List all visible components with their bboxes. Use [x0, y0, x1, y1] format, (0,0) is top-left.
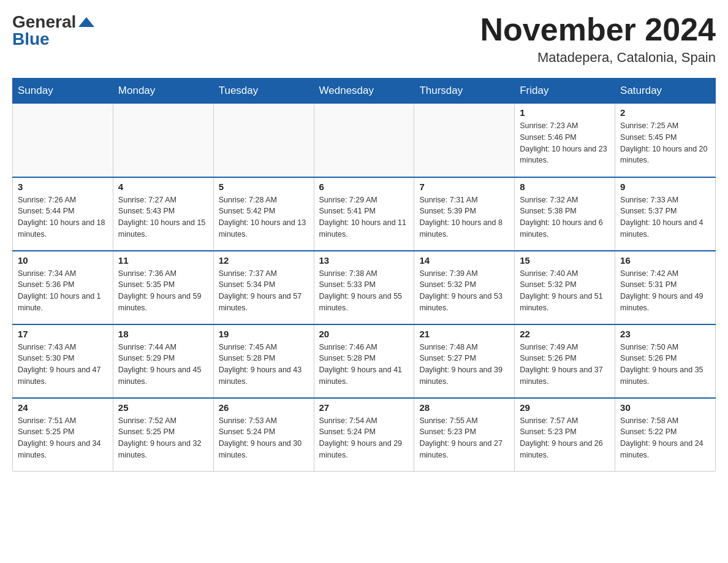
calendar-day-cell: 30Sunrise: 7:58 AMSunset: 5:22 PMDayligh…	[615, 398, 716, 472]
calendar-day-cell: 27Sunrise: 7:54 AMSunset: 5:24 PMDayligh…	[314, 398, 414, 472]
weekday-header-friday: Friday	[515, 79, 615, 104]
day-number: 14	[419, 255, 509, 266]
day-number: 21	[419, 329, 509, 339]
calendar-day-cell: 29Sunrise: 7:57 AMSunset: 5:23 PMDayligh…	[515, 398, 615, 472]
calendar-day-cell	[414, 104, 515, 177]
day-info: Sunrise: 7:49 AMSunset: 5:26 PMDaylight:…	[520, 342, 610, 388]
calendar-day-cell: 5Sunrise: 7:28 AMSunset: 5:42 PMDaylight…	[213, 177, 314, 251]
day-info: Sunrise: 7:33 AMSunset: 5:37 PMDaylight:…	[620, 194, 710, 240]
weekday-header-sunday: Sunday	[13, 79, 113, 104]
day-info: Sunrise: 7:32 AMSunset: 5:38 PMDaylight:…	[520, 194, 610, 240]
day-info: Sunrise: 7:39 AMSunset: 5:32 PMDaylight:…	[419, 268, 509, 314]
day-number: 3	[18, 182, 108, 192]
calendar-day-cell: 10Sunrise: 7:34 AMSunset: 5:36 PMDayligh…	[13, 251, 113, 324]
day-info: Sunrise: 7:58 AMSunset: 5:22 PMDaylight:…	[620, 415, 710, 461]
day-info: Sunrise: 7:52 AMSunset: 5:25 PMDaylight:…	[118, 415, 208, 461]
day-info: Sunrise: 7:50 AMSunset: 5:26 PMDaylight:…	[620, 342, 710, 388]
calendar-day-cell: 3Sunrise: 7:26 AMSunset: 5:44 PMDaylight…	[13, 177, 113, 251]
day-info: Sunrise: 7:36 AMSunset: 5:35 PMDaylight:…	[118, 268, 208, 314]
calendar-day-cell: 22Sunrise: 7:49 AMSunset: 5:26 PMDayligh…	[515, 324, 615, 398]
calendar-day-cell: 9Sunrise: 7:33 AMSunset: 5:37 PMDaylight…	[615, 177, 716, 251]
day-info: Sunrise: 7:34 AMSunset: 5:36 PMDaylight:…	[18, 268, 108, 314]
calendar-day-cell: 6Sunrise: 7:29 AMSunset: 5:41 PMDaylight…	[314, 177, 414, 251]
day-number: 11	[118, 255, 208, 266]
day-number: 10	[18, 255, 108, 266]
day-number: 24	[18, 402, 108, 413]
location-subtitle: Matadepera, Catalonia, Spain	[480, 50, 716, 66]
title-section: November 2024 Matadepera, Catalonia, Spa…	[480, 12, 716, 66]
calendar-day-cell: 2Sunrise: 7:25 AMSunset: 5:45 PMDaylight…	[615, 104, 716, 177]
calendar-week-row: 24Sunrise: 7:51 AMSunset: 5:25 PMDayligh…	[13, 398, 716, 472]
day-info: Sunrise: 7:38 AMSunset: 5:33 PMDaylight:…	[319, 268, 409, 314]
calendar-day-cell: 14Sunrise: 7:39 AMSunset: 5:32 PMDayligh…	[414, 251, 515, 324]
weekday-header-monday: Monday	[113, 79, 213, 104]
day-number: 29	[520, 402, 610, 413]
calendar-day-cell: 24Sunrise: 7:51 AMSunset: 5:25 PMDayligh…	[13, 398, 113, 472]
day-info: Sunrise: 7:53 AMSunset: 5:24 PMDaylight:…	[219, 415, 309, 461]
day-info: Sunrise: 7:46 AMSunset: 5:28 PMDaylight:…	[319, 342, 409, 388]
calendar-day-cell	[113, 104, 213, 177]
day-info: Sunrise: 7:54 AMSunset: 5:24 PMDaylight:…	[319, 415, 409, 461]
calendar-day-cell	[314, 104, 414, 177]
weekday-header-thursday: Thursday	[414, 79, 515, 104]
calendar-week-row: 10Sunrise: 7:34 AMSunset: 5:36 PMDayligh…	[13, 251, 716, 324]
day-info: Sunrise: 7:57 AMSunset: 5:23 PMDaylight:…	[520, 415, 610, 461]
day-number: 28	[419, 402, 509, 413]
calendar-day-cell: 11Sunrise: 7:36 AMSunset: 5:35 PMDayligh…	[113, 251, 213, 324]
day-number: 25	[118, 402, 208, 413]
calendar-week-row: 1Sunrise: 7:23 AMSunset: 5:46 PMDaylight…	[13, 104, 716, 177]
day-number: 30	[620, 402, 710, 413]
day-number: 18	[118, 329, 208, 339]
calendar-day-cell: 12Sunrise: 7:37 AMSunset: 5:34 PMDayligh…	[213, 251, 314, 324]
calendar-day-cell	[213, 104, 314, 177]
page-header: General Blue November 2024 Matadepera, C…	[12, 12, 716, 66]
calendar-day-cell: 23Sunrise: 7:50 AMSunset: 5:26 PMDayligh…	[615, 324, 716, 398]
day-number: 2	[620, 107, 710, 118]
day-number: 22	[520, 329, 610, 339]
day-info: Sunrise: 7:27 AMSunset: 5:43 PMDaylight:…	[118, 194, 208, 240]
calendar-header-row: SundayMondayTuesdayWednesdayThursdayFrid…	[13, 79, 716, 104]
calendar-day-cell: 7Sunrise: 7:31 AMSunset: 5:39 PMDaylight…	[414, 177, 515, 251]
day-info: Sunrise: 7:55 AMSunset: 5:23 PMDaylight:…	[419, 415, 509, 461]
calendar-day-cell: 4Sunrise: 7:27 AMSunset: 5:43 PMDaylight…	[113, 177, 213, 251]
calendar-day-cell: 17Sunrise: 7:43 AMSunset: 5:30 PMDayligh…	[13, 324, 113, 398]
calendar-day-cell: 19Sunrise: 7:45 AMSunset: 5:28 PMDayligh…	[213, 324, 314, 398]
calendar-day-cell: 25Sunrise: 7:52 AMSunset: 5:25 PMDayligh…	[113, 398, 213, 472]
month-title: November 2024	[480, 12, 716, 47]
day-info: Sunrise: 7:51 AMSunset: 5:25 PMDaylight:…	[18, 415, 108, 461]
day-info: Sunrise: 7:28 AMSunset: 5:42 PMDaylight:…	[219, 194, 309, 240]
weekday-header-tuesday: Tuesday	[213, 79, 314, 104]
day-number: 16	[620, 255, 710, 266]
day-number: 8	[520, 182, 610, 192]
calendar-day-cell: 21Sunrise: 7:48 AMSunset: 5:27 PMDayligh…	[414, 324, 515, 398]
day-number: 9	[620, 182, 710, 192]
day-info: Sunrise: 7:25 AMSunset: 5:45 PMDaylight:…	[620, 120, 710, 166]
calendar-day-cell: 18Sunrise: 7:44 AMSunset: 5:29 PMDayligh…	[113, 324, 213, 398]
day-info: Sunrise: 7:48 AMSunset: 5:27 PMDaylight:…	[419, 342, 509, 388]
day-number: 12	[219, 255, 309, 266]
day-info: Sunrise: 7:45 AMSunset: 5:28 PMDaylight:…	[219, 342, 309, 388]
calendar-day-cell: 20Sunrise: 7:46 AMSunset: 5:28 PMDayligh…	[314, 324, 414, 398]
day-info: Sunrise: 7:26 AMSunset: 5:44 PMDaylight:…	[18, 194, 108, 240]
day-number: 20	[319, 329, 409, 339]
day-number: 15	[520, 255, 610, 266]
day-info: Sunrise: 7:31 AMSunset: 5:39 PMDaylight:…	[419, 194, 509, 240]
day-number: 19	[219, 329, 309, 339]
day-info: Sunrise: 7:23 AMSunset: 5:46 PMDaylight:…	[520, 120, 610, 166]
calendar-day-cell: 28Sunrise: 7:55 AMSunset: 5:23 PMDayligh…	[414, 398, 515, 472]
calendar-day-cell: 15Sunrise: 7:40 AMSunset: 5:32 PMDayligh…	[515, 251, 615, 324]
logo-blue-text: Blue	[12, 29, 50, 48]
calendar-day-cell: 1Sunrise: 7:23 AMSunset: 5:46 PMDaylight…	[515, 104, 615, 177]
day-info: Sunrise: 7:43 AMSunset: 5:30 PMDaylight:…	[18, 342, 108, 388]
day-info: Sunrise: 7:42 AMSunset: 5:31 PMDaylight:…	[620, 268, 710, 314]
day-number: 13	[319, 255, 409, 266]
calendar-table: SundayMondayTuesdayWednesdayThursdayFrid…	[12, 78, 716, 472]
day-number: 4	[118, 182, 208, 192]
day-number: 23	[620, 329, 710, 339]
weekday-header-saturday: Saturday	[615, 79, 716, 104]
day-number: 27	[319, 402, 409, 413]
day-number: 26	[219, 402, 309, 413]
weekday-header-wednesday: Wednesday	[314, 79, 414, 104]
calendar-week-row: 3Sunrise: 7:26 AMSunset: 5:44 PMDaylight…	[13, 177, 716, 251]
day-number: 17	[18, 329, 108, 339]
